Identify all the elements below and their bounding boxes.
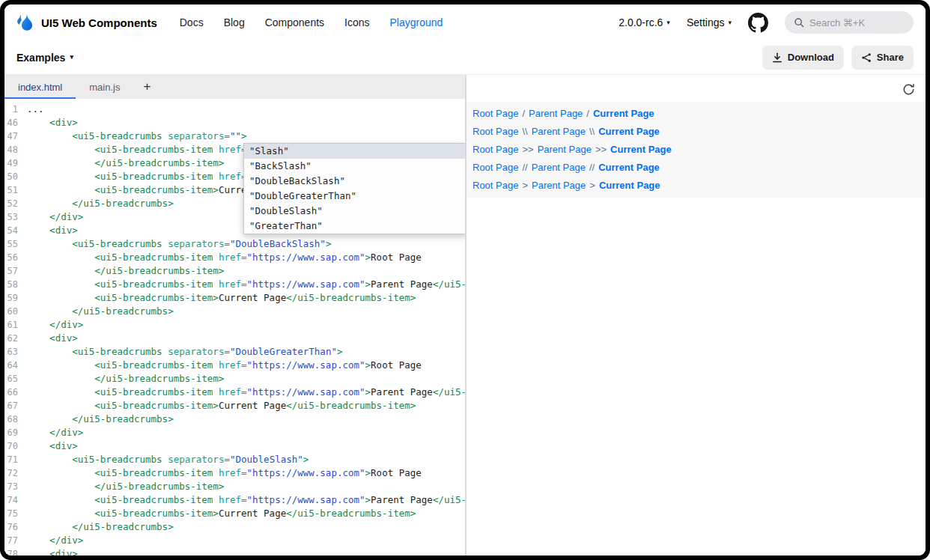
breadcrumb-current[interactable]: Current Page [598,162,660,173]
line-number: 65 [4,372,27,386]
line-number: 70 [4,439,27,453]
search-box[interactable] [785,11,914,34]
download-button[interactable]: Download [762,46,844,70]
tab-index.html[interactable]: index.html [4,75,76,99]
nav-item-icons[interactable]: Icons [344,16,369,28]
breadcrumb-link[interactable]: Root Page [472,180,518,191]
code-area[interactable]: 1...46 <div>47 <ui5-breadcrumbs separato… [4,99,465,556]
breadcrumb-current[interactable]: Current Page [610,144,672,155]
breadcrumb-separator: \\ [522,126,527,137]
examples-menu[interactable]: Examples ▾ [16,52,73,64]
breadcrumb-link[interactable]: Parent Page [532,162,586,173]
line-number: 60 [4,305,27,318]
line-number: 50 [4,170,27,183]
chevron-down-icon: ▾ [728,19,732,26]
version-menu[interactable]: 2.0.0-rc.6 ▾ [619,16,670,28]
suggest-item[interactable]: "DoubleSlash" [244,204,465,219]
line-text: </ui5-breadcrumbs> [27,413,174,426]
line-text: </ui5-breadcrumbs-item> [27,372,224,386]
suggest-item[interactable]: "GreaterThan" [244,219,465,234]
line-text: <ui5-breadcrumbs-item>Current Page</ui5-… [27,291,416,305]
breadcrumb-separator: // [522,162,527,173]
line-text: <ui5-breadcrumbs-item href="https://www.… [27,251,422,264]
code-line: 58 <ui5-breadcrumbs-item href="https://w… [4,278,465,291]
github-link[interactable] [748,13,768,33]
header-right: 2.0.0-rc.6 ▾ Settings ▾ [619,11,914,34]
line-text: </ui5-breadcrumbs-item> [27,156,224,170]
code-line: 71 <ui5-breadcrumbs separators="DoubleSl… [4,453,465,466]
line-text: <ui5-breadcrumbs-item href="https://www.… [27,278,465,291]
download-icon [772,52,782,63]
suggest-item[interactable]: "BackSlash" [244,159,465,174]
breadcrumb-link[interactable]: Root Page [472,162,518,173]
line-number: 75 [4,507,27,520]
code-line: 76 </ui5-breadcrumbs> [4,520,465,534]
suggest-item[interactable]: "DoubleBackSlash" [244,174,465,189]
breadcrumb: Root Page//Parent Page//Current Page [466,159,926,177]
main-split: index.htmlmain.js+ 1...46 <div>47 <ui5-b… [4,75,926,556]
line-text: </ui5-breadcrumbs-item> [27,480,224,493]
nav-item-playground[interactable]: Playground [390,16,443,28]
chevron-down-icon: ▾ [666,19,670,26]
line-text: </ui5-breadcrumbs> [27,520,174,534]
tab-main.js[interactable]: main.js [76,75,133,99]
breadcrumb-link[interactable]: Parent Page [538,144,592,155]
share-button[interactable]: Share [851,46,914,70]
breadcrumb-link[interactable]: Root Page [472,144,518,155]
code-line: 65 </ui5-breadcrumbs-item> [4,372,465,386]
line-text: <ui5-breadcrumbs separators="DoubleBackS… [27,237,331,251]
breadcrumb: Root Page\\Parent Page\\Current Page [466,123,926,141]
line-number: 61 [4,318,27,332]
code-line: 68 </ui5-breadcrumbs> [4,413,465,426]
line-text: </ui5-breadcrumbs> [27,197,174,210]
breadcrumb-link[interactable]: Root Page [472,126,518,137]
suggest-item[interactable]: "DoubleGreaterThan" [244,189,465,204]
breadcrumb-link[interactable]: Parent Page [532,126,586,137]
page: UI5 Web Components DocsBlogComponentsIco… [4,4,926,556]
line-number: 57 [4,264,27,278]
refresh-icon [902,83,915,96]
line-number: 51 [4,183,27,197]
line-number: 58 [4,278,27,291]
brand-title: UI5 Web Components [41,16,157,29]
breadcrumb-separator: > [589,180,595,191]
settings-label: Settings [687,16,725,28]
breadcrumb-link[interactable]: Root Page [472,108,518,119]
code-line: 66 <ui5-breadcrumbs-item href="https://w… [4,386,465,399]
breadcrumb-link[interactable]: Parent Page [529,108,583,119]
breadcrumb-separator: \\ [589,126,595,137]
breadcrumb-current[interactable]: Current Page [599,180,660,191]
suggest-item[interactable]: "Slash" [244,144,465,159]
breadcrumb-current[interactable]: Current Page [598,126,660,137]
code-line: 73 </ui5-breadcrumbs-item> [4,480,465,493]
line-number: 59 [4,291,27,305]
new-tab-button[interactable]: + [133,75,160,99]
search-input[interactable] [809,17,905,28]
line-text: <ui5-breadcrumbs-item href="https://www.… [27,359,422,372]
code-line: 72 <ui5-breadcrumbs-item href="https://w… [4,466,465,480]
download-label: Download [788,52,834,63]
code-line: 74 <ui5-breadcrumbs-item href="https://w… [4,493,465,507]
nav-item-docs[interactable]: Docs [180,16,204,28]
settings-menu[interactable]: Settings ▾ [687,16,732,28]
github-icon [748,13,768,33]
breadcrumb-current[interactable]: Current Page [593,108,654,119]
share-icon [861,52,872,63]
nav-item-blog[interactable]: Blog [224,16,245,28]
nav-item-components[interactable]: Components [265,16,324,28]
line-text: </ui5-breadcrumbs-item> [27,264,224,278]
line-number: 62 [4,332,27,345]
chevron-down-icon: ▾ [70,54,73,61]
breadcrumb-link[interactable]: Parent Page [532,180,586,191]
code-line: 56 <ui5-breadcrumbs-item href="https://w… [4,251,465,264]
line-text: <ui5-breadcrumbs-item>Current Page</ui5-… [27,507,416,520]
brand[interactable]: UI5 Web Components [15,13,157,33]
refresh-button[interactable] [901,82,917,100]
search-icon [794,17,804,28]
line-text: ... [27,103,44,116]
code-line: 62 <div> [4,332,465,345]
code-editor: index.htmlmain.js+ 1...46 <div>47 <ui5-b… [4,75,466,556]
line-text: <ui5-breadcrumbs separators="DoubleGreat… [27,345,342,359]
suggest-widget: "Slash""BackSlash""DoubleBackSlash""Doub… [243,143,465,234]
code-line: 64 <ui5-breadcrumbs-item href="https://w… [4,359,465,372]
